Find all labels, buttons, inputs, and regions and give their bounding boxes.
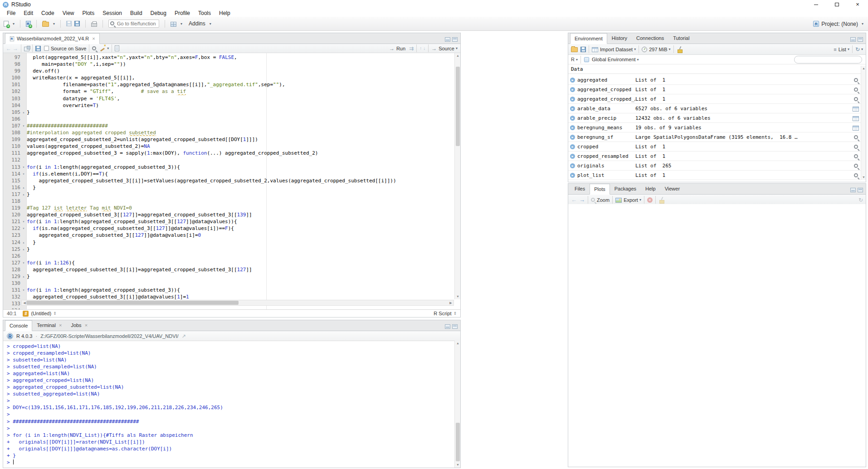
menu-profile[interactable]: Profile xyxy=(171,10,194,16)
menu-code[interactable]: Code xyxy=(37,10,59,16)
fold-marker-icon[interactable] xyxy=(20,88,27,95)
import-dataset-dropdown-icon[interactable]: ▾ xyxy=(634,47,636,51)
rerun-icon[interactable]: ⇉ xyxy=(409,46,414,51)
environment-scrollbar[interactable]: ▲ ▼ xyxy=(861,66,866,180)
menu-tools[interactable]: Tools xyxy=(194,10,215,16)
expand-icon[interactable]: ▸ xyxy=(570,106,575,111)
save-workspace-icon[interactable] xyxy=(580,47,586,52)
scroll-down-icon[interactable]: ▼ xyxy=(455,294,460,299)
expand-icon[interactable]: ▸ xyxy=(570,144,575,149)
export-dropdown-icon[interactable]: ▾ xyxy=(639,198,641,202)
tab-tutorial[interactable]: Tutorial xyxy=(668,33,694,44)
scrollbar-thumb[interactable] xyxy=(26,301,239,305)
tab-jobs[interactable]: Jobs× xyxy=(66,320,92,331)
print-icon[interactable] xyxy=(91,23,97,27)
minimize-pane-icon[interactable] xyxy=(445,37,450,42)
scrollbar-thumb[interactable] xyxy=(456,67,460,146)
fold-marker-icon[interactable] xyxy=(20,136,27,143)
forward-icon[interactable]: → xyxy=(13,46,18,51)
fold-marker-icon[interactable] xyxy=(20,129,27,136)
source-dropdown-icon[interactable]: ▾ xyxy=(456,46,458,50)
env-var-arable-data[interactable]: ▸arable_data6527 obs. of 6 variables xyxy=(568,104,861,113)
load-workspace-icon[interactable] xyxy=(571,47,578,52)
tab-environment[interactable]: Environment xyxy=(570,33,607,44)
fold-marker-icon[interactable]: ▾ xyxy=(20,164,27,171)
language-selector[interactable]: R xyxy=(571,57,575,62)
fold-marker-icon[interactable] xyxy=(20,253,27,259)
import-dataset-button[interactable]: Import Dataset xyxy=(600,47,633,52)
code-line[interactable]: 100 writeRaster(x = aggregated_5[[i]], xyxy=(3,74,454,81)
inspect-object-icon[interactable] xyxy=(854,145,858,149)
memory-usage-label[interactable]: 297 MiB xyxy=(649,47,667,52)
code-line[interactable]: 101 filename=paste("1",aggregated_5@data… xyxy=(3,81,454,88)
scroll-up-icon[interactable]: ▲ xyxy=(861,66,866,71)
view-table-icon[interactable] xyxy=(853,126,859,131)
env-var-plot-list[interactable]: ▸plot_listList of 1 xyxy=(568,171,861,180)
inspect-object-icon[interactable] xyxy=(854,135,858,139)
previous-section-icon[interactable]: ↑ xyxy=(419,46,422,51)
fold-marker-icon[interactable]: ▾ xyxy=(20,287,27,293)
fold-marker-icon[interactable]: ▾ xyxy=(20,218,27,225)
env-var-beregnung-means[interactable]: ▸beregnung_means19 obs. of 9 variables xyxy=(568,123,861,132)
view-table-icon[interactable] xyxy=(853,116,859,121)
close-tab-icon[interactable]: × xyxy=(85,322,88,328)
code-line[interactable]: 105▴} xyxy=(3,109,454,116)
code-line[interactable]: 97 plot(aggregated_5[[i]],xaxt="n",yaxt=… xyxy=(3,54,454,61)
minimize-pane-icon[interactable] xyxy=(850,37,856,42)
close-tab-icon[interactable]: × xyxy=(59,322,62,328)
inspect-object-icon[interactable] xyxy=(854,154,858,158)
code-line[interactable]: 126 xyxy=(3,253,454,259)
fold-marker-icon[interactable] xyxy=(20,68,27,74)
fold-marker-icon[interactable] xyxy=(20,156,27,163)
console-vertical-scrollbar[interactable]: ▲ ▼ xyxy=(454,341,460,468)
code-line[interactable]: 121▾for(i in 1:length(aggregated_cropped… xyxy=(3,218,454,225)
code-line[interactable]: 122▾ if(is.na(aggregated_cropped_subsett… xyxy=(3,225,454,232)
fold-marker-icon[interactable] xyxy=(20,143,27,150)
expand-icon[interactable]: ▸ xyxy=(570,154,575,159)
scroll-down-icon[interactable]: ▼ xyxy=(861,175,866,180)
fold-marker-icon[interactable] xyxy=(20,211,27,218)
clear-all-plots-icon[interactable] xyxy=(658,197,664,203)
env-var-originals[interactable]: ▸originalsList of 265 xyxy=(568,161,861,171)
language-dropdown-icon[interactable]: ▾ xyxy=(576,58,578,62)
save-document-icon[interactable] xyxy=(35,46,41,51)
code-tools-icon[interactable] xyxy=(100,45,106,51)
env-var-beregnung-sf[interactable]: ▸beregnung_sfLarge SpatialPolygonsDataFr… xyxy=(568,132,861,142)
fold-marker-icon[interactable]: ▾ xyxy=(20,259,27,266)
tab-wasserbilanzmodell-2022-v4-r[interactable]: RWasserbilanzmodell_2022_V4.R× xyxy=(5,33,100,44)
menu-view[interactable]: View xyxy=(59,10,78,16)
code-line[interactable]: 99 dev.off() xyxy=(3,68,454,74)
section-selector[interactable]: (Untitled) xyxy=(31,311,51,316)
code-line[interactable]: 106 xyxy=(3,116,454,122)
list-view-selector[interactable]: List xyxy=(839,47,846,52)
goto-file-input[interactable] xyxy=(108,20,159,28)
code-line[interactable]: 125▴} xyxy=(3,246,454,253)
inspect-object-icon[interactable] xyxy=(854,173,858,177)
fold-marker-icon[interactable] xyxy=(20,54,27,61)
env-var-cropped-resampled[interactable]: ▸cropped_resampledList of 1 xyxy=(568,151,861,161)
close-tab-icon[interactable]: × xyxy=(92,36,95,41)
fold-marker-icon[interactable]: ▴ xyxy=(20,239,27,246)
new-project-icon[interactable]: R+ xyxy=(26,21,31,27)
save-icon[interactable] xyxy=(66,21,72,26)
fold-marker-icon[interactable] xyxy=(20,266,27,273)
scroll-right-icon[interactable]: ▶ xyxy=(448,300,454,305)
code-line[interactable]: 102 format = "GTiff", # save as a tif xyxy=(3,88,454,95)
next-plot-icon[interactable]: → xyxy=(579,197,585,203)
env-var-aggregated-cropped[interactable]: ▸aggregated_croppedList of 1 xyxy=(568,85,861,94)
tab-console[interactable]: Console xyxy=(5,320,32,331)
expand-icon[interactable]: ▸ xyxy=(570,173,575,178)
refresh-dropdown-icon[interactable]: ▾ xyxy=(861,47,863,51)
maximize-pane-icon[interactable] xyxy=(858,188,863,192)
scroll-up-icon[interactable]: ▲ xyxy=(455,53,460,59)
expand-icon[interactable]: ▸ xyxy=(570,87,575,92)
fold-marker-icon[interactable] xyxy=(20,116,27,122)
code-line[interactable]: 113▾for(i in 1:length(aggregated_cropped… xyxy=(3,164,454,171)
inspect-object-icon[interactable] xyxy=(854,97,858,101)
code-line[interactable]: 129▴} xyxy=(3,273,454,280)
pane-layout-icon[interactable] xyxy=(171,22,176,27)
code-line[interactable]: 107▾########################### xyxy=(3,122,454,129)
minimize-pane-icon[interactable] xyxy=(445,324,450,329)
editor-horizontal-scrollbar[interactable]: ◀ ▶ xyxy=(21,300,454,306)
maximize-pane-icon[interactable] xyxy=(452,37,458,42)
